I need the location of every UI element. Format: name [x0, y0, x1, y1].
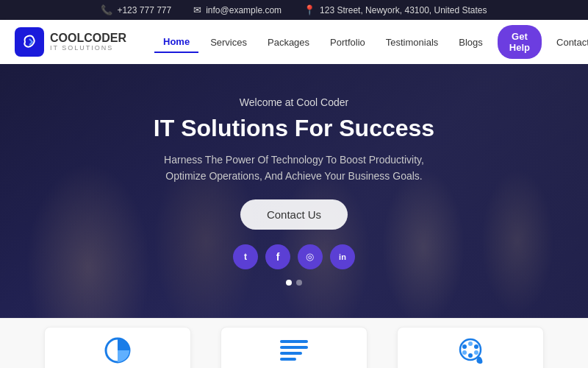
- header: COOLCODER IT SOLUTIONS Home Services Pac…: [0, 20, 588, 64]
- top-bar: 📞 +123 777 777 ✉ info@example.com 📍 123 …: [0, 0, 588, 20]
- hero-content: Welcome at Cool Coder IT Solutions For S…: [139, 82, 449, 300]
- linkedin-icon[interactable]: in: [330, 244, 355, 269]
- logo[interactable]: COOLCODER IT SOLUTIONS: [15, 27, 132, 57]
- logo-icon: [15, 27, 44, 57]
- svg-point-11: [462, 350, 467, 355]
- facebook-icon[interactable]: f: [265, 244, 290, 269]
- svg-point-9: [474, 350, 478, 355]
- phone-icon: 📞: [101, 4, 112, 15]
- location-icon: 📍: [304, 4, 315, 15]
- card-content[interactable]: [220, 327, 368, 368]
- hero-subtitle: Harness The Power Of Technology To Boost…: [154, 152, 434, 185]
- svg-rect-3: [280, 352, 302, 355]
- nav-packages[interactable]: Packages: [259, 32, 318, 52]
- nav-testimonials[interactable]: Testimonials: [377, 32, 448, 52]
- nav-contact[interactable]: Contact: [548, 32, 588, 52]
- contact-us-button[interactable]: Contact Us: [240, 199, 348, 230]
- dot-1[interactable]: [286, 280, 292, 286]
- address-text: 123 Street, Newyork, 43100, United State…: [320, 5, 487, 15]
- lines-icon: [279, 337, 309, 369]
- main-nav: Home Services Packages Portfolio Testimo…: [154, 25, 588, 59]
- svg-point-10: [468, 353, 473, 358]
- svg-rect-1: [280, 340, 308, 343]
- address-info: 📍 123 Street, Newyork, 43100, United Sta…: [304, 4, 487, 15]
- svg-point-6: [462, 344, 467, 349]
- carousel-dots: [154, 280, 434, 286]
- twitter-icon[interactable]: t: [233, 244, 258, 269]
- email-address: info@example.com: [206, 5, 282, 15]
- svg-point-8: [474, 344, 478, 349]
- phone-info: 📞 +123 777 777: [101, 4, 171, 15]
- logo-text: COOLCODER IT SOLUTIONS: [50, 32, 126, 52]
- dot-2[interactable]: [296, 280, 302, 286]
- hero-section: Welcome at Cool Coder IT Solutions For S…: [0, 64, 588, 318]
- hero-welcome-text: Welcome at Cool Coder: [154, 96, 434, 108]
- svg-rect-4: [280, 358, 296, 361]
- svg-point-7: [468, 342, 473, 346]
- pie-chart-icon: [102, 335, 133, 369]
- svg-rect-2: [280, 346, 308, 349]
- feature-cards-row: [0, 318, 588, 368]
- get-help-button[interactable]: Get Help: [498, 25, 542, 59]
- nav-home[interactable]: Home: [154, 32, 198, 53]
- social-icons-row: t f ◎ in: [154, 244, 434, 269]
- nav-services[interactable]: Services: [201, 32, 256, 52]
- hero-title: IT Solutions For Success: [154, 114, 434, 142]
- palette-icon: [454, 336, 487, 369]
- logo-name: COOLCODER: [50, 32, 126, 44]
- instagram-icon[interactable]: ◎: [298, 244, 323, 269]
- phone-number: +123 777 777: [117, 5, 171, 15]
- nav-portfolio[interactable]: Portfolio: [321, 32, 374, 52]
- card-analytics[interactable]: [44, 327, 191, 368]
- email-info: ✉ info@example.com: [193, 4, 282, 15]
- nav-blogs[interactable]: Blogs: [450, 32, 492, 52]
- logo-tagline: IT SOLUTIONS: [50, 44, 126, 52]
- email-icon: ✉: [193, 4, 201, 15]
- card-design[interactable]: [397, 327, 544, 368]
